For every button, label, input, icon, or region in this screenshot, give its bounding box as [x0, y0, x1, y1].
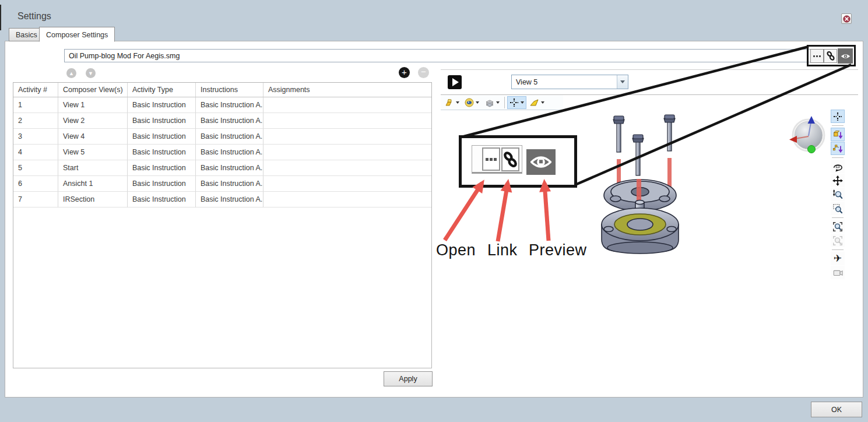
ellipsis-icon — [486, 158, 497, 161]
table-row[interactable]: 1 View 1 Basic Instruction Basic Instruc… — [13, 97, 431, 113]
remove-activity-button[interactable]: − — [418, 67, 429, 78]
drop-selection-button[interactable] — [831, 142, 845, 155]
dropdown-arrow-button[interactable] — [617, 75, 628, 89]
orbit-tool-button[interactable] — [831, 160, 845, 173]
move-down-button[interactable]: ▼ — [86, 68, 96, 78]
camera-view-button[interactable] — [831, 266, 845, 279]
column-header[interactable]: Activity Type — [128, 83, 196, 97]
column-header[interactable]: Instructions — [196, 83, 263, 97]
table-row[interactable]: 7 IRSection Basic Instruction Basic Inst… — [13, 192, 431, 208]
cell-activity-type: Basic Instruction — [128, 97, 196, 113]
table-row[interactable]: 6 Ansicht 1 Basic Instruction Basic Inst… — [13, 176, 431, 192]
eye-icon — [841, 53, 851, 59]
ok-button[interactable]: OK — [811, 402, 862, 417]
column-header[interactable]: Assignments — [263, 83, 431, 97]
close-icon — [843, 15, 851, 23]
cell-assignments — [263, 160, 431, 176]
cell-activity-number: 3 — [13, 129, 58, 145]
cell-instructions: Basic Instruction A... — [196, 160, 263, 176]
chevron-down-icon — [620, 80, 625, 83]
table-header-row: Activity # Composer View(s) Activity Typ… — [13, 83, 431, 97]
composer-file-input[interactable] — [64, 49, 811, 62]
cell-composer-view: View 4 — [58, 129, 128, 145]
open-annotation-label: Open — [436, 241, 476, 259]
play-icon — [452, 78, 459, 86]
cell-composer-view: Ansicht 1 — [58, 176, 128, 192]
zoom-region-button[interactable] — [831, 202, 845, 215]
cell-activity-number: 6 — [13, 176, 58, 192]
close-button[interactable] — [841, 13, 852, 24]
preview-button[interactable] — [838, 48, 853, 64]
cell-composer-view: View 2 — [58, 113, 128, 129]
tab-composer-settings[interactable]: Composer Settings — [39, 27, 115, 42]
select-move-button[interactable] — [507, 96, 526, 109]
cell-assignments — [263, 129, 431, 145]
zoom-region-icon — [832, 203, 843, 214]
zoomed-preview-button[interactable] — [526, 149, 556, 175]
cell-activity-type: Basic Instruction — [128, 113, 196, 129]
chevron-down-icon — [476, 101, 479, 104]
table-row[interactable]: 4 View 5 Basic Instruction Basic Instruc… — [13, 145, 431, 160]
visibility-button[interactable] — [462, 96, 482, 109]
chevron-down-icon — [541, 101, 544, 104]
column-header[interactable]: Activity # — [13, 83, 58, 97]
cell-activity-number: 4 — [13, 145, 58, 160]
oil-pump-3d-model — [596, 110, 689, 255]
apply-button[interactable]: Apply — [384, 371, 433, 386]
plus-icon: + — [402, 67, 407, 77]
orbit-sphere-widget[interactable] — [788, 115, 829, 156]
window-title: Settings — [17, 11, 51, 22]
pan-arrows-icon — [832, 175, 843, 186]
cell-composer-view: Start — [58, 160, 128, 176]
table-row[interactable]: 5 Start Basic Instruction Basic Instruct… — [13, 160, 431, 176]
cell-composer-view: View 5 — [58, 145, 128, 160]
tab-composer-settings-label: Composer Settings — [46, 31, 108, 39]
toolbar-separator — [832, 125, 844, 126]
onion-skin-button[interactable] — [442, 96, 462, 109]
add-activity-button[interactable]: + — [399, 67, 410, 78]
table-row[interactable]: 3 View 4 Basic Instruction Basic Instruc… — [13, 129, 431, 145]
column-header[interactable]: Composer View(s) — [58, 83, 128, 97]
cell-activity-number: 5 — [13, 160, 58, 176]
link-file-button[interactable] — [824, 49, 837, 63]
zoom-selection-icon — [832, 221, 843, 232]
pan-tool-button[interactable] — [831, 174, 845, 187]
cube-arrow-icon — [832, 129, 843, 140]
zoom-tool-button[interactable] — [831, 188, 845, 201]
wedge-tool-button[interactable] — [527, 96, 547, 109]
link-annotation-label: Link — [487, 241, 518, 259]
play-button[interactable] — [448, 75, 462, 89]
crosshair-icon — [509, 98, 519, 107]
cell-assignments — [263, 176, 431, 192]
move-up-button[interactable]: ▲ — [66, 68, 76, 78]
cell-assignments — [263, 192, 431, 208]
viewer-toolbar — [441, 95, 563, 110]
chain-link-icon — [827, 51, 835, 61]
cell-assignments — [263, 113, 431, 129]
table-row[interactable]: 2 View 2 Basic Instruction Basic Instruc… — [13, 113, 431, 129]
layers-button[interactable] — [482, 96, 502, 109]
zoom-selection-button[interactable] — [831, 220, 845, 233]
wedge-icon — [529, 98, 539, 107]
chain-link-icon — [504, 151, 517, 168]
activities-table[interactable]: Activity # Composer View(s) Activity Typ… — [13, 82, 432, 368]
open-file-button[interactable] — [810, 49, 824, 63]
fly-through-button[interactable]: ✈ — [831, 252, 845, 265]
zoomed-link-button[interactable] — [501, 147, 519, 171]
cell-activity-type: Basic Instruction — [128, 145, 196, 160]
current-view-dropdown[interactable]: View 5 — [511, 75, 628, 89]
drop-part-button[interactable] — [831, 128, 845, 141]
cell-assignments — [263, 145, 431, 160]
cell-instructions: Basic Instruction A... — [196, 113, 263, 129]
cell-activity-number: 2 — [13, 113, 58, 129]
cell-activity-type: Basic Instruction — [128, 160, 196, 176]
cell-activity-number: 1 — [13, 97, 58, 113]
toolbar-separator — [832, 217, 844, 218]
cell-assignments — [263, 97, 431, 113]
cell-activity-type: Basic Instruction — [128, 176, 196, 192]
zoomed-open-button[interactable] — [482, 147, 500, 171]
chevron-down-icon — [521, 101, 524, 104]
cell-instructions: Basic Instruction A... — [196, 192, 263, 208]
select-tool-button[interactable] — [831, 110, 845, 123]
separator-line — [441, 69, 858, 70]
